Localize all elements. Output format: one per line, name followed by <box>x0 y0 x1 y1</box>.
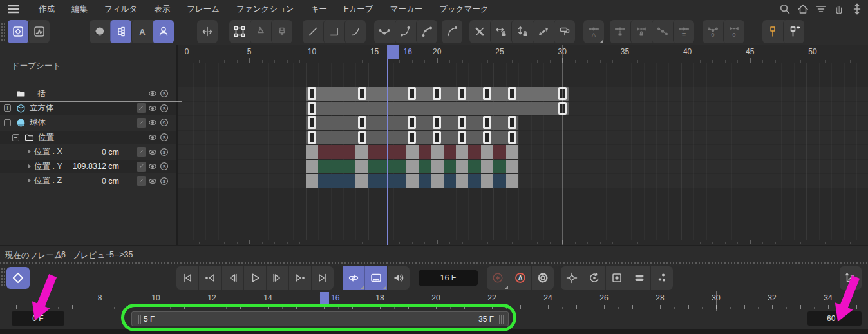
marker-add-button[interactable] <box>783 20 804 43</box>
mini-timeline-ruler[interactable]: 81012141618202224262830323416 <box>0 291 868 311</box>
key-text-button[interactable]: A <box>583 20 604 43</box>
person-button[interactable] <box>153 20 174 43</box>
menu-item-2[interactable]: フィルタ <box>104 4 137 15</box>
keyframe-cell[interactable] <box>306 174 318 188</box>
solo-badge-icon[interactable]: S <box>159 88 169 99</box>
tree-row-1[interactable]: +立方体S <box>0 102 176 115</box>
menu-item-3[interactable]: 表示 <box>154 4 170 15</box>
keyframe[interactable] <box>308 131 316 144</box>
key-diagonal-button[interactable] <box>652 20 673 43</box>
dock-icon[interactable] <box>850 2 864 16</box>
menu-item-5[interactable]: ファンクション <box>236 4 294 15</box>
keyframe-cell[interactable] <box>456 145 468 159</box>
interp-linear-button[interactable] <box>303 20 323 43</box>
visibility-eye-icon[interactable] <box>147 103 158 113</box>
keyframe[interactable] <box>458 87 466 100</box>
edit-override-icon[interactable] <box>137 176 146 186</box>
edit-override-icon[interactable] <box>137 118 146 128</box>
keyframe[interactable] <box>408 116 416 129</box>
toolbar-drag-handle[interactable] <box>1 22 5 41</box>
keyframe-cell[interactable] <box>456 160 468 173</box>
spline-r-button[interactable] <box>416 20 437 43</box>
keyframe[interactable] <box>408 131 416 144</box>
lock-h-button[interactable] <box>490 20 511 43</box>
hand-icon[interactable] <box>832 2 846 16</box>
playhead-line[interactable] <box>387 45 388 245</box>
move-h-button[interactable] <box>197 20 218 43</box>
interp-ease-button[interactable] <box>344 20 366 43</box>
menu-item-0[interactable]: 作成 <box>39 4 55 15</box>
go-end-button[interactable] <box>311 266 334 290</box>
brush-button[interactable] <box>271 20 292 43</box>
menu-item-4[interactable]: フレーム <box>187 4 220 15</box>
visibility-eye-icon[interactable] <box>147 132 158 142</box>
keyframe[interactable] <box>308 116 316 129</box>
key-parameter-button[interactable] <box>628 266 650 290</box>
roller-button[interactable] <box>554 20 575 43</box>
keyframe-cell[interactable] <box>406 174 418 188</box>
keyframe-cell[interactable] <box>431 145 443 159</box>
lock-v-button[interactable] <box>511 20 533 43</box>
key-bracket-zero-button[interactable]: 0 <box>723 20 744 43</box>
edit-override-icon[interactable] <box>137 147 146 157</box>
keyframe[interactable] <box>358 131 366 144</box>
spline-vee-button[interactable] <box>374 20 395 43</box>
keyframe-cell[interactable] <box>431 174 443 188</box>
menu-item-9[interactable]: ブックマーク <box>439 4 488 15</box>
box-select-button[interactable] <box>229 20 250 43</box>
hierarchy-button[interactable] <box>110 20 131 43</box>
playhead-block[interactable] <box>387 45 399 59</box>
tree-row-5[interactable]: 位置 . Y109.8312 cmS <box>0 160 176 173</box>
visibility-eye-icon[interactable] <box>147 161 158 172</box>
keyframe-cell[interactable] <box>481 160 493 173</box>
keyframe[interactable] <box>433 87 441 100</box>
keyframe[interactable] <box>433 131 441 144</box>
solo-badge-icon[interactable]: S <box>159 117 169 128</box>
keyframe-cell[interactable] <box>506 145 518 159</box>
solo-badge-icon[interactable]: S <box>159 176 169 186</box>
marker-button[interactable] <box>762 20 783 43</box>
tree-row-3[interactable]: −位置S <box>0 131 176 144</box>
dope-mode-button[interactable] <box>8 20 28 43</box>
transport-drag-handle[interactable] <box>1 268 5 287</box>
speaker-button[interactable] <box>387 266 410 290</box>
tree-row-6[interactable]: 位置 . Z0 cmS <box>0 174 176 188</box>
keyframe-cell[interactable] <box>306 145 318 159</box>
no-snap-button[interactable] <box>469 20 490 43</box>
document-end-field[interactable]: 60 F <box>807 311 862 326</box>
record-button[interactable] <box>487 266 509 290</box>
key-rotation-button[interactable] <box>583 266 605 290</box>
keyframe[interactable] <box>508 131 516 144</box>
keyframe[interactable] <box>308 102 316 115</box>
filter-icon[interactable] <box>814 2 828 16</box>
menu-item-8[interactable]: マーカー <box>390 4 423 15</box>
keyframe-cell[interactable] <box>456 174 468 188</box>
keyframe-cell[interactable] <box>355 145 368 159</box>
tree-row-4[interactable]: 位置 . X0 cmS <box>0 145 176 159</box>
expander-plus[interactable]: + <box>4 104 11 112</box>
gear-button[interactable] <box>531 266 554 290</box>
keyframe[interactable] <box>483 131 491 144</box>
edit-override-icon[interactable] <box>137 162 146 172</box>
keyframe-cell[interactable] <box>355 160 368 173</box>
record-keyframe-button[interactable] <box>6 267 30 289</box>
keyframe[interactable] <box>408 87 416 100</box>
range-right-grip[interactable] <box>499 315 505 324</box>
go-start-button[interactable] <box>176 266 198 290</box>
play-button[interactable] <box>243 266 266 290</box>
document-start-field[interactable]: 0 F <box>12 311 64 326</box>
next-frame-button[interactable] <box>266 266 288 290</box>
key-pla-button[interactable] <box>650 266 673 290</box>
solo-badge-icon[interactable]: S <box>159 103 169 113</box>
tree-arrow-icon[interactable] <box>28 178 31 183</box>
visibility-eye-icon[interactable] <box>147 176 158 186</box>
skew-button[interactable] <box>533 20 554 43</box>
key-scale-button[interactable] <box>605 266 628 290</box>
keyframe-cell[interactable] <box>481 145 493 159</box>
range-left-grip[interactable] <box>135 315 141 324</box>
prev-key-button[interactable] <box>198 266 221 290</box>
edit-override-icon[interactable] <box>137 103 146 113</box>
keyframe[interactable] <box>433 116 441 129</box>
tree-arrow-icon[interactable] <box>28 164 31 169</box>
dopesheet-track-area[interactable]: 0510152025303540455016 <box>178 45 868 245</box>
